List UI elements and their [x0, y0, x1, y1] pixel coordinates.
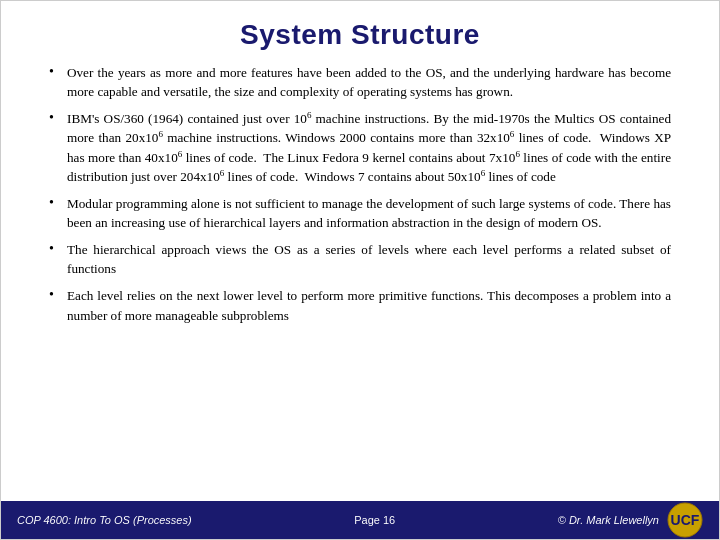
bullet-dot: • — [49, 194, 67, 211]
bullet-text: Each level relies on the next lower leve… — [67, 286, 671, 324]
bullet-text: IBM's OS/360 (1964) contained just over … — [67, 109, 671, 186]
footer-end: © Dr. Mark Llewellyn UCF — [558, 502, 703, 538]
list-item: • The hierarchical approach views the OS… — [49, 240, 671, 278]
bullet-text: Over the years as more and more features… — [67, 63, 671, 101]
slide-title: System Structure — [240, 19, 480, 50]
list-item: • IBM's OS/360 (1964) contained just ove… — [49, 109, 671, 186]
svg-text:UCF: UCF — [671, 512, 700, 528]
list-item: • Each level relies on the next lower le… — [49, 286, 671, 324]
footer-course: COP 4600: Intro To OS (Processes) — [17, 514, 192, 526]
bullet-text: Modular programming alone is not suffici… — [67, 194, 671, 232]
list-item: • Modular programming alone is not suffi… — [49, 194, 671, 232]
bullet-dot: • — [49, 63, 67, 80]
slide-footer: COP 4600: Intro To OS (Processes) Page 1… — [1, 501, 719, 539]
slide: System Structure • Over the years as mor… — [0, 0, 720, 540]
list-item: • Over the years as more and more featur… — [49, 63, 671, 101]
bullet-dot: • — [49, 240, 67, 257]
bullet-text: The hierarchical approach views the OS a… — [67, 240, 671, 278]
bullet-dot: • — [49, 286, 67, 303]
slide-content: • Over the years as more and more featur… — [1, 59, 719, 501]
footer-copyright: © Dr. Mark Llewellyn — [558, 514, 659, 526]
slide-header: System Structure — [1, 1, 719, 59]
bullet-dot: • — [49, 109, 67, 126]
footer-page: Page 16 — [354, 514, 395, 526]
footer-logo-icon: UCF — [667, 502, 703, 538]
